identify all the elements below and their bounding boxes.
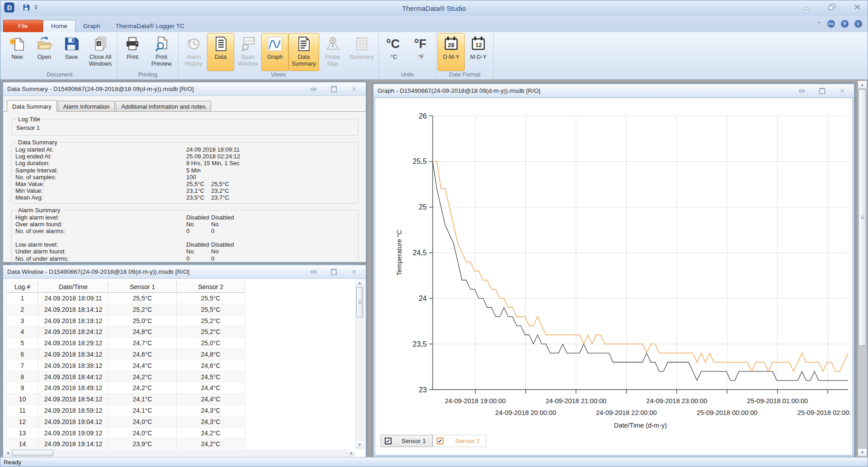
ribbon-button-graph[interactable]: Graph: [261, 33, 288, 71]
data-window-titlebar[interactable]: Data Window - D15490667(24-09-2018@18 09…: [3, 265, 366, 279]
ribbon-button-print[interactable]: Print: [119, 33, 146, 71]
restore-icon[interactable]: [826, 3, 838, 11]
scroll-down-icon[interactable]: ▼: [858, 449, 867, 456]
ribbon-group-printing: PrintPrint PreviewPrinting: [118, 32, 179, 79]
ribbon-button-m-d-y[interactable]: 12M-D-Y: [465, 33, 492, 71]
table-cell: 4: [6, 326, 38, 338]
tab-file[interactable]: File: [3, 20, 43, 32]
ribbon-button-data[interactable]: Data: [207, 33, 234, 71]
legend-item-sensor-1[interactable]: ✔Sensor 1: [381, 435, 433, 447]
graph-window-titlebar[interactable]: Graph - D15490667(24-09-2018@18 09(d-m-y…: [373, 84, 854, 98]
print-preview-icon: [153, 35, 170, 52]
summary-row-value-1: Disabled: [186, 214, 209, 221]
table-row[interactable]: 1224.09.2018 19:04:1224,0°C24,3°C: [6, 416, 245, 428]
ribbon-button-save[interactable]: Save: [58, 33, 85, 71]
data-window-vertical-scrollbar[interactable]: ▲ ▼: [355, 279, 364, 449]
scroll-right-icon[interactable]: ►: [348, 449, 355, 457]
table-cell: 10: [6, 394, 38, 405]
collapse-ribbon-icon[interactable]: ⌃: [817, 21, 821, 27]
table-row[interactable]: 124.09.2018 18:09:1125,5°C25,5°C: [6, 293, 245, 304]
child-minimize-icon[interactable]: [309, 269, 317, 275]
table-header-cell[interactable]: Log #: [6, 281, 38, 293]
data-summary-window-titlebar[interactable]: Data Summary - D15490667(24-09-2018@18 0…: [3, 82, 366, 96]
ribbon-button-open[interactable]: Open: [31, 33, 58, 71]
child-close-icon[interactable]: ✕: [350, 269, 358, 275]
scroll-up-icon[interactable]: ▲: [356, 279, 363, 286]
tab-data-summary[interactable]: Data Summary: [7, 100, 57, 112]
table-row[interactable]: 424.09.2018 18:24:1224,8°C25,2°C: [6, 326, 245, 338]
table-row[interactable]: 1124.09.2018 18:59:1224,1°C24,3°C: [6, 405, 245, 416]
scrollbar-thumb[interactable]: [356, 287, 363, 317]
table-header-cell[interactable]: Sensor 1: [108, 281, 177, 293]
tab-thermadata-logger-tc[interactable]: ThermaData® Logger TC: [108, 20, 192, 32]
ribbon-button-data-summary[interactable]: Data Summary: [288, 33, 319, 71]
table-row[interactable]: 1424.09.2018 19:14:1223,9°C24,2°C: [6, 438, 245, 450]
table-header-cell[interactable]: Sensor 2: [177, 281, 245, 293]
print-icon: [124, 35, 141, 52]
ribbon-button-new[interactable]: ✱New: [4, 33, 31, 71]
info-icon[interactable]: i: [854, 20, 862, 28]
child-minimize-icon[interactable]: [309, 86, 317, 92]
ribbon-group-date-format: 28D-M-Y12M-D-YDate Format: [436, 32, 494, 79]
tab-additional-information[interactable]: Additional Information and notes: [116, 101, 211, 111]
graph-legend: ✔Sensor 1✔Sensor 2: [381, 435, 486, 447]
status-text: Ready: [4, 459, 21, 466]
summary-row-value-2: 23,2°C: [211, 187, 229, 194]
data-window-horizontal-scrollbar[interactable]: ◄ ►: [4, 449, 355, 457]
minimize-icon[interactable]: [801, 3, 812, 11]
tab-alarm-information[interactable]: Alarm Information: [58, 101, 115, 111]
legend-checkbox-sensor-1[interactable]: ✔: [385, 438, 392, 444]
faq-icon[interactable]: FAQ: [827, 20, 835, 28]
scrollbar-thumb[interactable]: [859, 89, 866, 346]
legend-item-sensor-2[interactable]: ✔Sensor 2: [433, 435, 486, 447]
tab-graph[interactable]: Graph: [75, 20, 108, 32]
table-cell: 25,5°C: [177, 293, 245, 304]
scroll-down-icon[interactable]: ▼: [356, 441, 363, 448]
table-row[interactable]: 1324.09.2018 19:09:1224,0°C24,2°C: [6, 428, 245, 439]
table-row[interactable]: 824.09.2018 18:44:1224,2°C24,5°C: [6, 372, 245, 383]
scroll-up-icon[interactable]: ▲: [858, 81, 867, 88]
table-row[interactable]: 324.09.2018 18:19:1225,0°C25,2°C: [6, 315, 245, 327]
table-cell: 25,5°C: [177, 304, 245, 315]
child-restore-icon[interactable]: [330, 86, 338, 92]
table-cell: 25,0°C: [108, 315, 177, 327]
table-cell: 24.09.2018 18:49:12: [38, 382, 108, 394]
table-row[interactable]: 224.09.2018 18:14:1225,2°C25,5°C: [6, 304, 245, 315]
child-minimize-icon[interactable]: [797, 88, 806, 94]
table-row[interactable]: 1024.09.2018 18:54:1224,1°C24,4°C: [6, 394, 245, 405]
tab-home[interactable]: Home: [43, 20, 75, 32]
help-icon[interactable]: ?: [841, 20, 849, 28]
legend-checkbox-sensor-2[interactable]: ✔: [437, 438, 443, 444]
table-cell: 24.09.2018 18:09:11: [38, 293, 108, 304]
child-restore-icon[interactable]: [330, 269, 338, 275]
scrollbar-thumb[interactable]: [12, 450, 53, 456]
table-row[interactable]: 724.09.2018 18:39:1224,4°C24,6°C: [6, 360, 245, 372]
ribbon-tab-row: File Home Graph ThermaData® Logger TC ⌃ …: [0, 16, 868, 32]
table-row[interactable]: 624.09.2018 18:34:1224,6°C24,8°C: [6, 349, 245, 360]
ribbon-button-close-all-windows[interactable]: ✕Close All Windows: [85, 33, 116, 71]
child-close-icon[interactable]: ✕: [838, 88, 846, 94]
svg-text:28: 28: [448, 42, 454, 48]
ribbon-button-span-window: 0.1°CSpan Window: [234, 33, 261, 71]
summary-row: Log duration:8 Hrs, 15 Min, 1 Sec: [15, 160, 354, 167]
workspace-vertical-scrollbar[interactable]: ▲ ▼: [858, 81, 867, 457]
child-close-icon[interactable]: ✕: [350, 86, 358, 92]
table-cell: 7: [6, 360, 38, 372]
data-summary-legend: Data Summary: [16, 139, 59, 146]
ribbon-button-label: Span Window: [236, 54, 260, 67]
close-all-windows-icon: ✕: [92, 35, 109, 52]
table-cell: 24.09.2018 18:54:12: [38, 394, 108, 405]
ribbon-button-f[interactable]: °F°F: [407, 33, 434, 71]
scroll-left-icon[interactable]: ◄: [4, 449, 11, 457]
data-summary-window: Data Summary - D15490667(24-09-2018@18 0…: [2, 81, 367, 263]
table-header-cell[interactable]: Date/Time: [38, 281, 108, 293]
ribbon-button-c[interactable]: °C°C: [380, 33, 407, 71]
table-row[interactable]: 524.09.2018 18:29:1224,7°C25,0°C: [6, 338, 245, 349]
ribbon-button-print-preview[interactable]: Print Preview: [146, 33, 177, 71]
svg-text:12: 12: [476, 42, 482, 48]
ribbon-button-d-m-y[interactable]: 28D-M-Y: [438, 33, 465, 71]
child-restore-icon[interactable]: [818, 88, 826, 94]
close-icon[interactable]: [851, 3, 863, 11]
calendar-28-icon: 28: [443, 35, 460, 52]
table-row[interactable]: 924.09.2018 18:49:1224,2°C24,4°C: [6, 382, 245, 394]
